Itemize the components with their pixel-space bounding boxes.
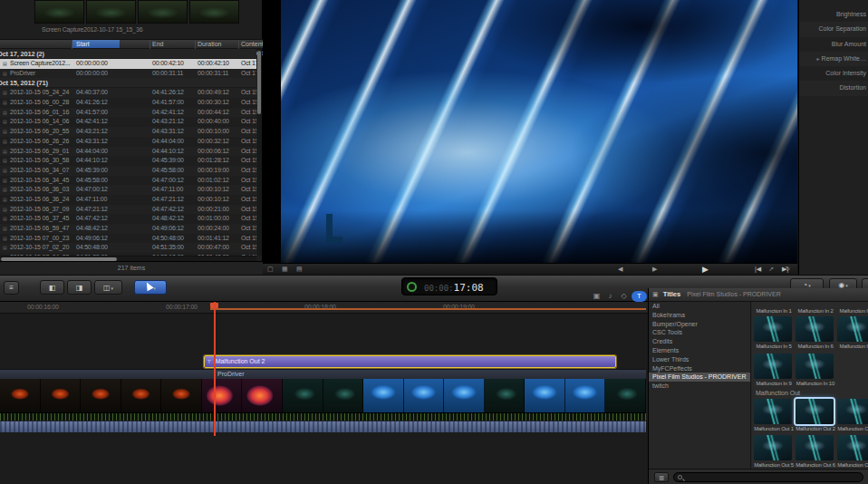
title-thumbnail[interactable]: [796, 353, 834, 379]
photos-browser-icon[interactable]: ▣: [591, 291, 603, 302]
search-input[interactable]: [673, 472, 863, 482]
title-item-label[interactable]: Malfunction In 2: [795, 308, 836, 314]
title-thumbnail[interactable]: [837, 316, 868, 342]
play-button[interactable]: ▶: [702, 264, 709, 275]
clip-list-row[interactable]: ▤ 2012-10-15 06_36_03 04:47:00:12 04:47:…: [0, 185, 256, 195]
clip-list-row[interactable]: ▤ 2012-10-15 06_29_01 04:44:04:00 04:44:…: [0, 147, 256, 157]
previous-frame-button[interactable]: |◀: [755, 264, 761, 275]
clip-list-row[interactable]: ▤ 2012-10-15 06_14_06 04:42:41:12 04:43:…: [0, 117, 256, 127]
column-header-start[interactable]: Start: [72, 40, 120, 48]
title-item-label-selected[interactable]: Malfunction Out 2: [795, 426, 836, 431]
clip-list-row[interactable]: ▤ 2012-10-15 06_34_07 04:45:39:00 04:45:…: [0, 166, 256, 176]
clip-list-row[interactable]: ▤ 2012-10-15 06_59_47 04:48:42:12 04:49:…: [0, 224, 256, 234]
title-thumbnail[interactable]: [837, 435, 868, 460]
title-item-label[interactable]: Malfunction Out 6: [795, 462, 836, 468]
category-item[interactable]: Elements: [649, 346, 750, 355]
clip-list-row[interactable]: ▤ 2012-10-15 06_37_45 04:47:42:12 04:48:…: [0, 214, 256, 224]
playhead[interactable]: [214, 302, 216, 436]
title-item-label[interactable]: Malfunction In 6: [795, 344, 836, 349]
title-item-label[interactable]: Malfunction In 1: [753, 308, 795, 314]
category-item[interactable]: Bumper/Opener: [649, 320, 750, 329]
event-filmstrip-thumb[interactable]: [86, 0, 136, 24]
install-media-button[interactable]: ▥: [654, 472, 669, 482]
category-all[interactable]: All: [649, 302, 750, 311]
title-item-label[interactable]: Malfunction Out 5: [753, 462, 795, 468]
clip-list-row[interactable]: ▤ 2012-10-15 06_26_26 04:43:31:12 04:44:…: [0, 137, 256, 147]
clip-name: 2012-10-15 06_37_09: [10, 205, 72, 215]
clip-end: 04:44:10:12: [152, 147, 184, 157]
audio-component-bar[interactable]: [0, 421, 646, 432]
primary-storyline-clip-header[interactable]: ProDriver: [0, 369, 646, 379]
title-thumbnail[interactable]: [796, 316, 834, 342]
timecode-dashboard[interactable]: 00:00:17:08: [401, 277, 497, 295]
timeline-index-button[interactable]: ≡: [4, 281, 19, 295]
timeline-title-clip-selected[interactable]: T Malfunction Out 2: [204, 355, 616, 368]
date-group-header[interactable]: Oct 15, 2012 (71): [0, 78, 256, 88]
category-item[interactable]: MyFCPeffects: [649, 364, 750, 373]
column-header-end[interactable]: End: [152, 40, 163, 49]
clip-list-row[interactable]: ▤ 2012-10-15 06_37_09 04:47:21:12 04:47:…: [0, 205, 256, 215]
category-item[interactable]: Lower Thirds: [649, 355, 750, 364]
video-preview[interactable]: [281, 0, 797, 263]
title-item-label[interactable]: Malfunction In 7: [836, 344, 868, 349]
clip-icon: ▤: [3, 147, 7, 157]
disclosure-triangle-icon[interactable]: ▸: [817, 56, 820, 62]
category-item[interactable]: Credits: [649, 337, 750, 346]
title-thumbnail[interactable]: [754, 435, 792, 460]
title-item-label[interactable]: Malfunction In 10: [795, 381, 836, 386]
event-filmstrip-thumb[interactable]: [34, 0, 84, 24]
connect-clip-button[interactable]: ◧: [40, 280, 64, 295]
insert-clip-button[interactable]: ◨: [67, 280, 92, 295]
clip-list-row[interactable]: ▤ 2012-10-15 07_02_20 04:50:48:00 04:51:…: [0, 243, 256, 253]
clip-list-row[interactable]: ▤ 2012-10-15 07_00_23 04:49:06:12 04:50:…: [0, 234, 256, 244]
clip-duration: 00:00:24:00: [198, 224, 229, 234]
category-item[interactable]: CSC Tools: [649, 328, 750, 337]
titles-panel-icon: ▣: [652, 291, 659, 297]
title-item-label[interactable]: Malfunction In 5: [753, 344, 795, 349]
background-tasks-indicator[interactable]: [407, 282, 417, 292]
title-thumbnail[interactable]: [837, 399, 868, 424]
film-frame: [242, 379, 283, 412]
titles-browser-icon[interactable]: T: [632, 291, 647, 302]
next-edit-button[interactable]: ▶: [652, 264, 657, 275]
previous-edit-button[interactable]: ◀: [618, 264, 622, 275]
date-group-header[interactable]: Oct 17, 2012 (2): [0, 49, 256, 59]
timeline-video-filmstrip[interactable]: [0, 379, 646, 413]
transitions-browser-icon[interactable]: ◇: [618, 291, 630, 302]
title-item-label[interactable]: Malfunction Out 3: [836, 426, 868, 431]
clip-list-row[interactable]: ▤ 2012-10-15 06_30_58 04:44:10:12 04:45:…: [0, 156, 256, 166]
column-header-duration[interactable]: Duration: [198, 40, 221, 49]
clip-list-row-selected[interactable]: ▤ Screen Capture2012... 00:00:00:00 00:0…: [0, 59, 256, 69]
clip-list-row[interactable]: ▤ 2012-10-15 06_01_16 04:41:57:00 04:42:…: [0, 108, 256, 118]
title-thumbnail[interactable]: [754, 399, 792, 424]
category-item[interactable]: twitch: [649, 382, 750, 391]
loop-playback-icon[interactable]: ↻: [785, 264, 790, 275]
crop-icon[interactable]: ▢: [267, 264, 274, 275]
clip-list-row[interactable]: ▤ 2012-10-15 06_36_24 04:47:11:00 04:47:…: [0, 195, 256, 205]
clip-list-row[interactable]: ▤ ProDriver 00:00:00:00 00:00:31:11 00:0…: [0, 69, 256, 79]
title-thumbnail[interactable]: [796, 435, 834, 460]
title-item-label[interactable]: Malfunction Out 1: [753, 426, 795, 431]
layers-icon[interactable]: ▤: [296, 264, 303, 275]
append-clip-button[interactable]: ◫▾: [94, 280, 122, 295]
clip-list-row[interactable]: ▤ 2012-10-15 06_00_28 04:41:26:12 04:41:…: [0, 98, 256, 108]
music-browser-icon[interactable]: ♪: [604, 291, 616, 302]
category-item[interactable]: Bokehrama: [649, 311, 750, 320]
title-item-label[interactable]: Malfunction Out 7: [836, 462, 868, 468]
title-thumbnail-selected[interactable]: [796, 399, 834, 424]
title-thumbnail[interactable]: [754, 353, 792, 379]
select-tool-button[interactable]: ▾: [134, 280, 167, 295]
scale-view-icon[interactable]: ↗: [768, 264, 774, 275]
clip-list-row[interactable]: ▤ 2012-10-15 06_20_55 04:43:21:12 04:43:…: [0, 127, 256, 137]
category-item-selected[interactable]: Pixel Film Studios - PRODRIVER: [649, 373, 750, 382]
clip-list-row[interactable]: ▤ 2012-10-15 05_24_24 04:40:37:00 04:41:…: [0, 88, 256, 98]
clip-list-row[interactable]: ▤ 2012-10-15 06_34_45 04:45:58:00 04:47:…: [0, 176, 256, 186]
title-thumbnail[interactable]: [754, 316, 792, 342]
title-item-label[interactable]: Malfunction In 3: [836, 308, 868, 314]
param-remap-white[interactable]: ▸Remap White…: [799, 52, 868, 66]
event-filmstrip-thumb[interactable]: [138, 0, 188, 24]
title-item-label[interactable]: Malfunction In 9: [753, 381, 795, 386]
event-filmstrip-thumb[interactable]: [189, 0, 239, 24]
transform-grid-icon[interactable]: ▦: [282, 264, 288, 275]
vertical-scrollbar[interactable]: [257, 49, 262, 256]
